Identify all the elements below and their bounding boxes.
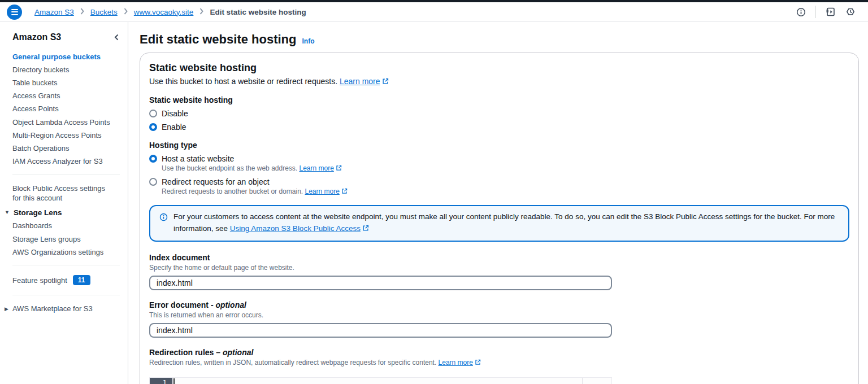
radio-option-disable[interactable]: Disable — [149, 109, 849, 118]
index-document-description: Specify the home or default page of the … — [149, 264, 849, 272]
redirection-rules-code-editor[interactable]: 1 — [149, 377, 612, 384]
info-icon — [159, 213, 168, 235]
card-learn-more-link[interactable]: Learn more — [340, 77, 380, 86]
main-content: Edit static website hosting Info Static … — [128, 22, 868, 384]
external-link-icon — [341, 188, 348, 196]
hamburger-menu-button[interactable] — [7, 5, 22, 20]
swh-group-label: Static website hosting — [149, 95, 849, 104]
sidebar-item-table-buckets[interactable]: Table buckets — [0, 76, 128, 89]
error-document-input[interactable] — [149, 323, 612, 338]
editor-cursor — [173, 378, 175, 384]
redirect-requests-description: Redirect requests to another bucket or d… — [162, 187, 849, 196]
hosting-type-label: Hosting type — [149, 141, 849, 150]
sidebar-item-feature-spotlight[interactable]: Feature spotlight 11 — [0, 272, 128, 289]
host-static-label: Host a static website — [162, 154, 234, 163]
sidebar-item-batch-operations[interactable]: Batch Operations — [0, 142, 128, 155]
sidebar-collapse-icon[interactable] — [113, 33, 120, 41]
triangle-right-icon: ▶ — [5, 306, 8, 312]
breadcrumb-bucket-name[interactable]: www.vocaoky.site — [134, 8, 194, 16]
error-document-label: Error document - optional — [149, 300, 849, 309]
page-title: Edit static website hosting — [140, 32, 296, 47]
topbar-right-icons — [796, 6, 856, 18]
info-alert: For your customers to access content at … — [149, 205, 849, 242]
sidebar-item-general-purpose-buckets[interactable]: General purpose buckets — [0, 50, 128, 63]
chevron-right-icon — [123, 8, 128, 16]
redirection-rules-description: Redirection rules, written in JSON, auto… — [149, 359, 849, 367]
editor-active-line — [173, 378, 611, 384]
radio-unchecked-icon[interactable] — [149, 110, 157, 117]
radio-enable-label: Enable — [162, 123, 186, 132]
sidebar-item-block-public-access[interactable]: Block Public Access settings for this ac… — [0, 181, 119, 206]
index-document-input[interactable] — [149, 276, 612, 290]
sidebar-item-directory-buckets[interactable]: Directory buckets — [0, 63, 128, 76]
alert-text: For your customers to access content at … — [173, 211, 839, 235]
external-link-icon — [382, 77, 389, 86]
sidebar-divider — [12, 174, 120, 175]
error-document-optional: - optional — [211, 300, 246, 309]
sidebar-item-object-lambda-access-points[interactable]: Object Lambda Access Points — [0, 116, 128, 129]
static-website-hosting-card: Static website hosting Use this bucket t… — [140, 53, 859, 384]
external-link-icon — [362, 224, 369, 235]
radio-disable-label: Disable — [162, 109, 188, 118]
external-link-icon — [475, 359, 481, 367]
sidebar-item-access-grants[interactable]: Access Grants — [0, 90, 128, 103]
radio-option-host-static-website[interactable]: Host a static website — [149, 154, 849, 163]
radio-unchecked-icon[interactable] — [149, 178, 157, 186]
breadcrumb-amazon-s3[interactable]: Amazon S3 — [34, 8, 74, 16]
index-document-label: Index document — [149, 253, 849, 262]
sidebar-section-storage-lens[interactable]: ▼ Storage Lens — [0, 206, 128, 220]
topbar-divider — [815, 6, 816, 18]
host-static-description: Use the bucket endpoint as the web addre… — [162, 164, 849, 173]
chevron-right-icon — [80, 8, 85, 16]
breadcrumb: Amazon S3 Buckets www.vocaoky.site Edit … — [34, 8, 306, 16]
redirect-requests-label: Redirect requests for an object — [162, 177, 270, 186]
sidebar-item-access-points[interactable]: Access Points — [0, 103, 128, 116]
sidebar-item-aws-organizations-settings[interactable]: AWS Organizations settings — [0, 246, 128, 259]
sidebar-item-iam-access-analyzer[interactable]: IAM Access Analyzer for S3 — [0, 155, 128, 168]
radio-checked-icon[interactable] — [149, 123, 157, 131]
external-link-icon — [336, 165, 342, 173]
breadcrumb-current-page: Edit static website hosting — [210, 8, 306, 16]
info-link[interactable]: Info — [302, 37, 314, 45]
storage-lens-title: Storage Lens — [14, 208, 62, 217]
redirect-learn-more-link[interactable]: Learn more — [305, 187, 339, 195]
breadcrumb-buckets[interactable]: Buckets — [90, 8, 118, 16]
radio-option-enable[interactable]: Enable — [149, 123, 849, 132]
radio-option-redirect-requests[interactable]: Redirect requests for an object — [149, 177, 849, 186]
sidebar-item-multi-region-access-points[interactable]: Multi-Region Access Points — [0, 129, 128, 142]
sidebar-divider — [12, 265, 120, 265]
editor-line-number: 1 — [150, 378, 172, 384]
feature-spotlight-label: Feature spotlight — [12, 276, 67, 285]
feature-spotlight-badge: 11 — [73, 275, 90, 285]
sidebar: Amazon S3 General purpose buckets Direct… — [0, 22, 128, 384]
sidebar-item-dashboards[interactable]: Dashboards — [0, 220, 128, 233]
chevron-right-icon — [199, 8, 204, 16]
sidebar-title: Amazon S3 — [12, 32, 61, 42]
redirection-rules-label: Redirection rules – optional — [149, 348, 849, 357]
sidebar-item-storage-lens-groups[interactable]: Storage Lens groups — [0, 233, 128, 246]
editor-gutter: 1 — [150, 378, 173, 384]
triangle-down-icon: ▼ — [5, 210, 10, 215]
alert-block-public-access-link[interactable]: Using Amazon S3 Block Public Access — [230, 224, 361, 233]
host-static-learn-more-link[interactable]: Learn more — [300, 164, 334, 172]
card-title: Static website hosting — [149, 62, 849, 74]
editor-content[interactable] — [173, 378, 611, 384]
shortcuts-icon[interactable] — [826, 7, 836, 17]
hexagon-clock-icon[interactable] — [845, 7, 856, 17]
error-document-description: This is returned when an error occurs. — [149, 311, 849, 319]
sidebar-divider — [12, 295, 120, 295]
topbar: Amazon S3 Buckets www.vocaoky.site Edit … — [0, 2, 868, 22]
radio-checked-icon[interactable] — [149, 155, 157, 163]
marketplace-label: AWS Marketplace for S3 — [12, 304, 93, 313]
redirection-learn-more-link[interactable]: Learn more — [439, 359, 473, 366]
sidebar-section-marketplace[interactable]: ▶ AWS Marketplace for S3 — [0, 302, 128, 316]
card-description: Use this bucket to host a website or red… — [149, 77, 849, 86]
info-icon[interactable] — [796, 7, 806, 17]
redirection-rules-optional: – optional — [216, 348, 253, 357]
editor-print-margin — [582, 378, 583, 384]
